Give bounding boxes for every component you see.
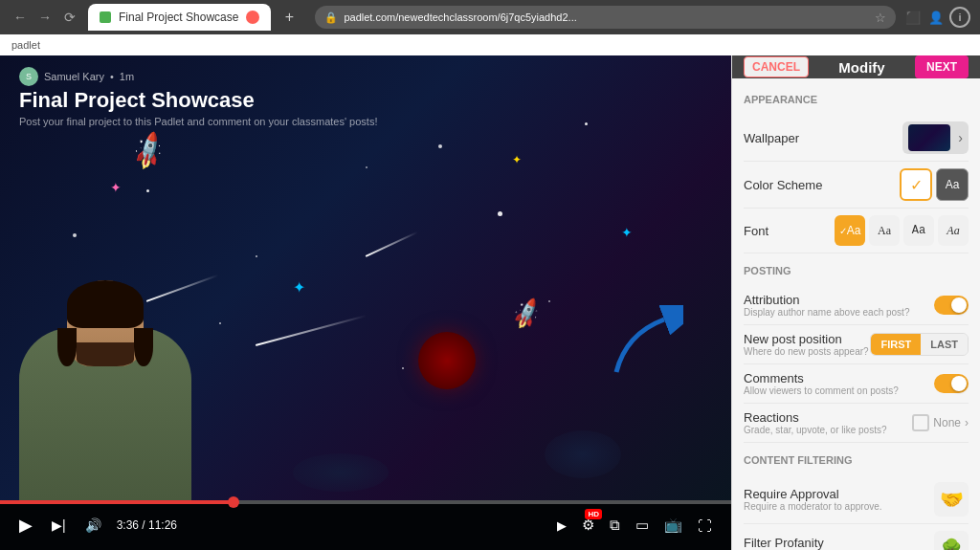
extensions-icon[interactable]: ⬛ xyxy=(903,9,923,27)
approval-emoji: 🤝 xyxy=(940,488,964,511)
cloud-2 xyxy=(293,453,389,492)
require-approval-row: Require Approval Require a moderator to … xyxy=(744,475,969,524)
play-button[interactable]: ▶ xyxy=(15,511,36,539)
post-position-row: New post position Where do new posts app… xyxy=(744,325,969,364)
time-ago: 1m xyxy=(120,71,134,82)
lock-icon: 🔒 xyxy=(324,11,338,24)
reactions-checkbox xyxy=(912,414,929,431)
font-0-label: Aa xyxy=(847,224,861,237)
star-icon[interactable]: ☆ xyxy=(875,11,886,25)
filter-profanity-label: Filter Profanity xyxy=(744,536,934,550)
total-time: 11:26 xyxy=(148,518,177,532)
font-label-wrap: Font xyxy=(744,224,835,238)
color-scheme-row: Color Scheme ✓ Aa xyxy=(744,162,969,209)
padlet-author-row: S Samuel Kary • 1m xyxy=(19,67,463,86)
address-bar[interactable]: 🔒 padlet.com/newedtechclassroom/6j7qc5yi… xyxy=(315,6,896,29)
star-10 xyxy=(219,322,221,324)
rocket-2: 🚀 xyxy=(508,296,545,331)
padlet-subtitle: Post your final project to this Padlet a… xyxy=(19,116,463,127)
cloud-1 xyxy=(545,430,621,478)
position-first[interactable]: FIRST xyxy=(871,334,921,355)
padlet-title: Final Project Showcase xyxy=(19,88,463,113)
tab-favicon xyxy=(100,11,111,23)
fullscreen-button[interactable]: ⛶ xyxy=(694,514,716,538)
wallpaper-control[interactable]: › xyxy=(902,121,969,154)
reactions-control[interactable]: None › xyxy=(912,414,969,431)
post-position-label-wrap: New post position Where do new posts app… xyxy=(744,332,870,357)
filter-profanity-label-wrap: Filter Profanity Replace bad words with … xyxy=(744,536,934,550)
star-7 xyxy=(73,233,77,237)
browser-toolbar: ⬛ 👤 i xyxy=(903,7,970,28)
star-3 xyxy=(438,144,442,148)
shooting-star-3 xyxy=(366,231,418,257)
profile-icon[interactable]: 👤 xyxy=(926,9,946,27)
font-option-3[interactable]: Aa xyxy=(938,215,969,246)
filter-profanity-row: Filter Profanity Replace bad words with … xyxy=(744,524,969,550)
comments-label-wrap: Comments Allow viewers to comment on pos… xyxy=(744,371,934,396)
forward-button[interactable]: → xyxy=(34,7,56,28)
avatar: S xyxy=(19,67,38,86)
progress-thumb xyxy=(228,496,239,508)
reload-button[interactable]: ⟳ xyxy=(59,7,80,28)
video-area: S Samuel Kary • 1m Final Project Showcas… xyxy=(0,55,731,550)
next-button[interactable]: NEXT xyxy=(915,55,969,78)
captions-settings-button[interactable]: ▶ xyxy=(553,515,570,537)
wallpaper-label-wrap: Wallpaper xyxy=(744,131,902,145)
star-8 xyxy=(366,166,368,168)
miniplayer-button[interactable]: ⧉ xyxy=(606,513,624,538)
comments-toggle[interactable] xyxy=(934,374,969,393)
reactions-row: Reactions Grade, star, upvote, or like p… xyxy=(744,404,969,443)
volume-button[interactable]: 🔊 xyxy=(81,514,105,537)
attribution-sublabel: Display author name above each post? xyxy=(744,307,934,318)
font-option-2[interactable]: Aa xyxy=(903,215,934,246)
pink-star: ✦ xyxy=(110,180,122,195)
info-button[interactable]: i xyxy=(949,7,970,28)
font-2-label: Aa xyxy=(912,224,925,237)
browser-tab[interactable]: Final Project Showcase ✕ xyxy=(88,4,271,31)
browser-chrome: ← → ⟳ Final Project Showcase ✕ + 🔒 padle… xyxy=(0,0,980,34)
theater-button[interactable]: ▭ xyxy=(632,513,653,538)
color-scheme-light[interactable]: ✓ xyxy=(900,168,932,201)
star-6 xyxy=(402,367,404,369)
time-display: 3:36 / 11:26 xyxy=(117,518,177,532)
font-1-label: Aa xyxy=(878,224,891,238)
attribution-toggle-thumb xyxy=(951,297,967,313)
color-scheme-options: ✓ Aa xyxy=(900,168,969,201)
hd-badge: HD xyxy=(585,509,602,519)
new-tab-button[interactable]: + xyxy=(278,7,300,28)
filter-profanity-icon[interactable]: 🌳 xyxy=(934,531,969,550)
color-scheme-label: Color Scheme xyxy=(744,178,900,192)
attribution-toggle[interactable] xyxy=(934,296,969,315)
star-1 xyxy=(146,189,149,192)
next-button[interactable]: ▶| xyxy=(48,514,70,537)
yellow-star: ✦ xyxy=(512,153,522,166)
comments-label: Comments xyxy=(744,371,934,385)
dot-separator: • xyxy=(110,71,114,82)
attribution-row: Attribution Display author name above ea… xyxy=(744,286,969,325)
time-separator: / xyxy=(142,518,148,532)
attribution-label: Attribution xyxy=(744,293,934,307)
cast-button[interactable]: 📺 xyxy=(660,513,686,538)
require-approval-icon[interactable]: 🤝 xyxy=(934,482,969,517)
color-scheme-dark[interactable]: Aa xyxy=(936,168,969,201)
video-content: S Samuel Kary • 1m Final Project Showcas… xyxy=(0,55,731,500)
hair-left xyxy=(57,328,77,366)
position-last[interactable]: LAST xyxy=(921,334,968,355)
reactions-label-wrap: Reactions Grade, star, upvote, or like p… xyxy=(744,410,912,435)
author-name: Samuel Kary xyxy=(44,71,104,82)
reactions-chevron-icon: › xyxy=(965,416,969,429)
star-9 xyxy=(498,211,502,216)
font-checkmark: ✓ xyxy=(839,226,847,236)
font-option-0[interactable]: ✓Aa xyxy=(835,215,865,246)
reactions-value: None xyxy=(933,416,961,429)
progress-bar[interactable] xyxy=(0,500,731,504)
nav-buttons: ← → ⟳ xyxy=(10,7,80,28)
tab-close-button[interactable]: ✕ xyxy=(246,11,259,24)
panel-body: Appearance Wallpaper › Color Scheme xyxy=(732,78,980,550)
cancel-button[interactable]: CANCEL xyxy=(744,56,809,77)
attribution-label-wrap: Attribution Display author name above ea… xyxy=(744,293,934,318)
back-button[interactable]: ← xyxy=(10,7,31,28)
font-option-1[interactable]: Aa xyxy=(869,215,900,246)
blue-star-2: ✦ xyxy=(621,225,633,240)
modify-panel: CANCEL Modify NEXT Appearance Wallpaper … xyxy=(731,55,980,550)
